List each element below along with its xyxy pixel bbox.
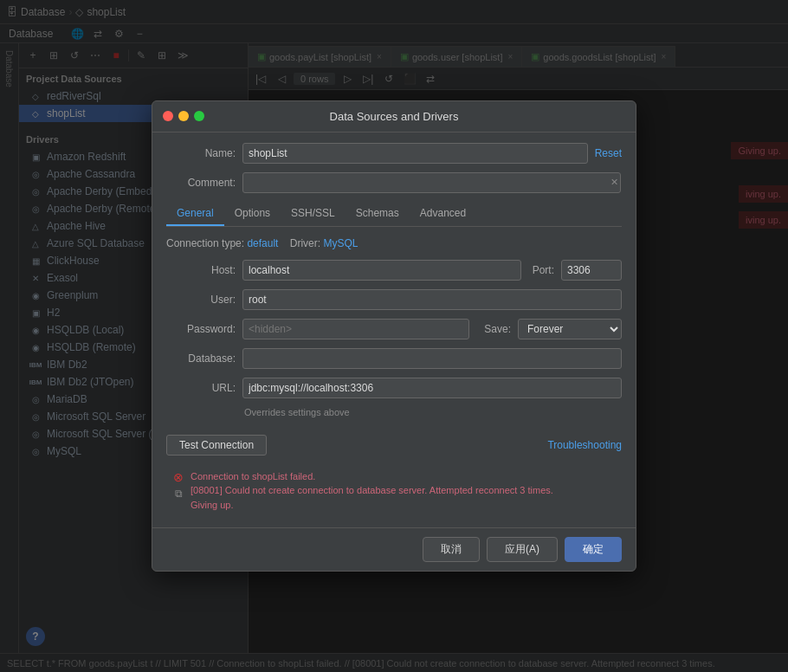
- troubleshooting-link[interactable]: Troubleshooting: [547, 439, 622, 451]
- test-conn-row: Test Connection Troubleshooting: [166, 435, 622, 456]
- save-select[interactable]: Forever Until restart Never: [518, 319, 622, 339]
- ide-container: 🗄 Database › ◇ shopList Database 🌐 ⇄ ⚙ −…: [0, 0, 788, 672]
- password-input[interactable]: [242, 319, 469, 339]
- dialog-tab-ssh-ssl[interactable]: SSH/SSL: [281, 202, 346, 226]
- password-label: Password:: [166, 323, 236, 335]
- dialog-title: Data Sources and Drivers: [330, 110, 459, 123]
- comment-input[interactable]: [242, 172, 621, 193]
- user-label: User:: [166, 294, 236, 306]
- host-port-row: Host: Port:: [166, 260, 622, 281]
- driver-value[interactable]: MySQL: [323, 237, 358, 249]
- error-line1: [08001] Could not create connection to d…: [191, 483, 553, 498]
- dialog-tab-options[interactable]: Options: [224, 202, 281, 226]
- comment-label: Comment:: [166, 177, 236, 189]
- host-input[interactable]: [242, 260, 521, 281]
- password-row: Password: Save: Forever Until restart Ne…: [166, 319, 622, 339]
- dialog: Data Sources and Drivers Name: Reset Com…: [152, 100, 636, 572]
- ok-button[interactable]: 确定: [565, 537, 622, 562]
- conn-type-label: Connection type:: [166, 237, 244, 249]
- dialog-tab-schemas[interactable]: Schemas: [346, 202, 410, 226]
- apply-button[interactable]: 应用(A): [487, 537, 558, 562]
- test-connection-button[interactable]: Test Connection: [166, 435, 267, 456]
- host-label: Host:: [166, 264, 236, 276]
- database-input[interactable]: [242, 348, 622, 369]
- driver-label: Driver:: [290, 237, 320, 249]
- dialog-tabs: General Options SSH/SSL Schemas Advanced: [166, 202, 622, 227]
- conn-type-value[interactable]: default: [247, 237, 278, 249]
- save-label: Save:: [476, 323, 511, 335]
- modal-overlay: Data Sources and Drivers Name: Reset Com…: [0, 0, 788, 672]
- cancel-button[interactable]: 取消: [423, 537, 480, 562]
- database-row: Database:: [166, 348, 622, 369]
- name-label: Name:: [166, 147, 236, 159]
- copy-icon[interactable]: ⧉: [175, 488, 183, 500]
- window-minimize-btn[interactable]: [178, 111, 189, 121]
- error-icon: ⊗: [173, 470, 184, 484]
- comment-clear-icon[interactable]: ✕: [610, 177, 618, 188]
- url-label: URL:: [166, 382, 236, 394]
- dialog-titlebar: Data Sources and Drivers: [152, 101, 636, 132]
- conn-type-row: Connection type: default Driver: MySQL: [166, 237, 622, 249]
- error-title: Connection to shopList failed.: [191, 469, 553, 484]
- name-row: Name: Reset: [166, 143, 622, 164]
- url-row: URL: Overrides settings above: [166, 378, 622, 426]
- reset-link[interactable]: Reset: [595, 147, 622, 159]
- url-input[interactable]: [242, 378, 622, 398]
- dialog-body: Name: Reset Comment: ✕ General Options S…: [152, 132, 636, 528]
- port-label: Port:: [528, 264, 554, 276]
- window-close-btn[interactable]: [163, 111, 173, 121]
- window-controls: [163, 111, 204, 121]
- database-label: Database:: [166, 352, 236, 365]
- user-input[interactable]: [242, 289, 622, 310]
- error-area: ⊗ ⧉ Connection to shopList failed. [0800…: [166, 464, 622, 518]
- port-input[interactable]: [561, 260, 622, 281]
- dialog-tab-general[interactable]: General: [166, 202, 224, 226]
- dialog-tab-advanced[interactable]: Advanced: [410, 202, 476, 226]
- comment-row: Comment: ✕: [166, 172, 622, 193]
- error-line2: Giving up.: [191, 498, 553, 513]
- name-input[interactable]: [242, 143, 588, 164]
- override-hint: Overrides settings above: [244, 407, 622, 417]
- window-maximize-btn[interactable]: [194, 111, 204, 121]
- error-text: Connection to shopList failed. [08001] C…: [191, 469, 553, 513]
- dialog-footer: 取消 应用(A) 确定: [152, 527, 636, 571]
- user-row: User:: [166, 289, 622, 310]
